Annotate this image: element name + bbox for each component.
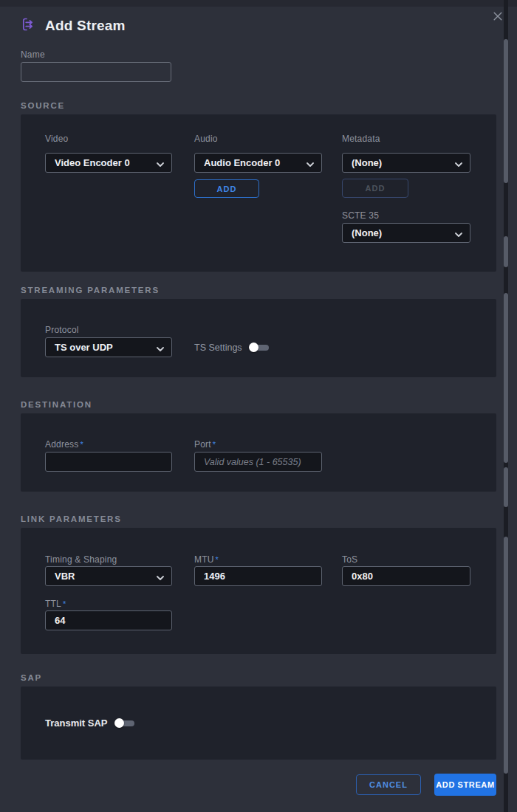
protocol-select[interactable]: TS over UDP (45, 337, 172, 357)
chevron-down-icon (455, 227, 462, 240)
ts-settings-toggle[interactable] (249, 343, 269, 353)
chevron-down-icon (455, 156, 462, 170)
chevron-down-icon (307, 156, 314, 170)
ttl-label: TTL* (45, 599, 66, 609)
source-panel: Video Video Encoder 0 Audio Audio Encode… (21, 114, 496, 272)
destination-section-header: DESTINATION (21, 400, 92, 409)
streaming-panel: Protocol TS over UDP TS Settings (21, 299, 496, 377)
name-label: Name (21, 49, 45, 60)
streaming-section-header: STREAMING PARAMETERS (21, 286, 160, 295)
timing-shaping-label: Timing & Shaping (45, 554, 117, 565)
link-panel: Timing & Shaping VBR MTU* ToS TTL* (21, 528, 496, 654)
video-select[interactable]: Video Encoder 0 (45, 153, 172, 173)
scrollbar-thumb-segment[interactable] (504, 236, 508, 267)
sap-panel: Transmit SAP (21, 687, 496, 760)
timing-shaping-select[interactable]: VBR (45, 566, 172, 586)
required-asterisk: * (63, 599, 66, 608)
ttl-input[interactable] (45, 610, 172, 630)
chevron-down-icon (157, 570, 164, 583)
scrollbar-track[interactable] (504, 0, 508, 812)
source-section-header: SOURCE (21, 101, 65, 110)
dialog-header: Add Stream (21, 16, 126, 35)
chevron-down-icon (157, 156, 164, 170)
add-stream-icon (21, 16, 37, 35)
destination-panel: Address* Port* (21, 413, 496, 492)
address-input[interactable] (45, 452, 172, 472)
scrollbar-thumb-segment[interactable] (504, 537, 508, 774)
address-label: Address* (45, 439, 83, 450)
add-stream-dialog: Add Stream Name SOURCE Video Video Encod… (0, 0, 517, 812)
add-stream-button[interactable]: ADD STREAM (434, 774, 496, 796)
link-section-header: LINK PARAMETERS (21, 515, 122, 523)
required-asterisk: * (216, 555, 219, 564)
required-asterisk: * (80, 440, 83, 449)
metadata-label: Metadata (342, 134, 380, 144)
video-label: Video (45, 134, 68, 144)
transmit-sap-row: Transmit SAP (45, 713, 134, 733)
tos-label: ToS (342, 554, 357, 565)
port-label: Port* (194, 439, 216, 450)
page-background-strip (0, 0, 517, 7)
name-input[interactable] (21, 62, 171, 82)
required-asterisk: * (213, 440, 216, 449)
toggle-knob (249, 343, 258, 352)
scte35-label: SCTE 35 (342, 210, 379, 221)
audio-label: Audio (194, 134, 218, 144)
protocol-label: Protocol (45, 325, 79, 335)
scrollbar-thumb-segment[interactable] (504, 467, 508, 507)
transmit-sap-label: Transmit SAP (45, 718, 108, 729)
add-metadata-button: ADD (342, 179, 408, 198)
add-audio-button[interactable]: ADD (194, 179, 259, 198)
scte35-select[interactable]: (None) (342, 223, 470, 243)
dialog-title: Add Stream (45, 18, 126, 34)
scrollbar-thumb-segment[interactable] (504, 293, 508, 463)
port-input[interactable] (194, 452, 322, 472)
chevron-down-icon (157, 341, 164, 354)
mtu-label: MTU* (194, 554, 219, 565)
mtu-input[interactable] (194, 566, 322, 586)
sap-section-header: SAP (21, 673, 42, 682)
transmit-sap-toggle[interactable] (114, 718, 134, 729)
tos-input[interactable] (342, 566, 470, 586)
metadata-select[interactable]: (None) (342, 153, 470, 173)
scrollbar-thumb-segment[interactable] (504, 39, 508, 183)
cancel-button[interactable]: CANCEL (356, 774, 421, 795)
toggle-knob (114, 718, 124, 728)
audio-select[interactable]: Audio Encoder 0 (194, 153, 322, 173)
ts-settings-label: TS Settings (194, 343, 242, 353)
ts-settings-row: TS Settings (194, 337, 269, 357)
